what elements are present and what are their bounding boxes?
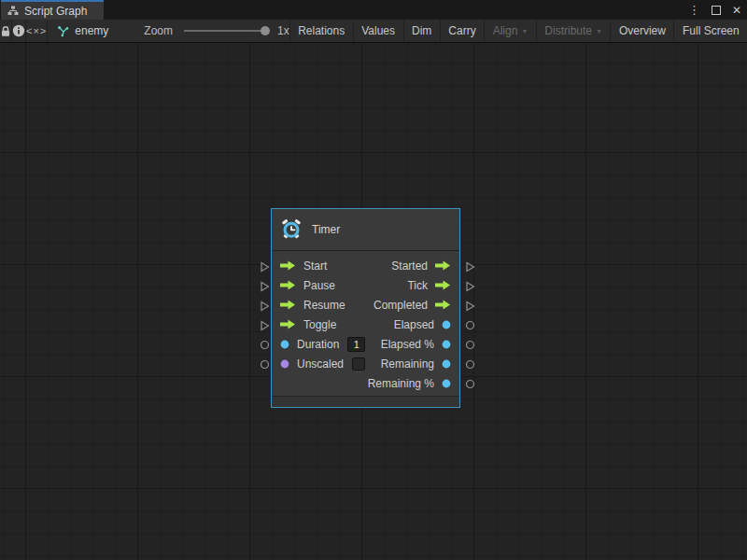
outer-right-port-started[interactable]: [465, 261, 475, 273]
toolbar-button-full-screen[interactable]: Full Screen: [673, 20, 747, 42]
toolbar-button-label: Distribute: [544, 24, 592, 37]
port-row: UnscaledRemaining: [272, 354, 459, 373]
node-title: Timer: [312, 223, 340, 236]
toolbar-button-values[interactable]: Values: [353, 20, 403, 42]
duration-value-input[interactable]: 1: [347, 337, 365, 352]
port-label-unscaled: Unscaled: [297, 357, 344, 371]
script-graph-window: Script Graph ⋮ ✕: [0, 0, 747, 560]
outer-left-port-resume[interactable]: [260, 301, 270, 312]
output-port-elapsed[interactable]: Elapsed: [394, 318, 451, 331]
port-row: ToggleElapsed: [272, 315, 459, 334]
input-port-start[interactable]: Start: [280, 259, 327, 273]
zoom-control: Zoom 1x: [144, 20, 289, 42]
port-label-started: Started: [391, 259, 428, 273]
port-row: StartStarted: [272, 256, 459, 275]
input-port-unscaled[interactable]: Unscaled: [280, 357, 365, 371]
outer-left-port-pause[interactable]: [260, 281, 270, 292]
outer-right-port-elapsed[interactable]: [465, 320, 475, 330]
flow-port-icon[interactable]: [435, 280, 451, 290]
graph-icon: [57, 25, 69, 37]
flow-port-icon[interactable]: [280, 260, 296, 271]
toolbar: <×> enemy Zoom 1x RelationsValuesDimCarr…: [0, 20, 747, 43]
graph-breadcrumb[interactable]: enemy: [48, 20, 118, 42]
toolbar-button-distribute: Distribute▼: [536, 20, 611, 42]
value-port-icon[interactable]: [280, 340, 289, 349]
output-port-completed[interactable]: Completed: [374, 299, 451, 312]
zoom-slider-handle[interactable]: [261, 26, 270, 35]
value-port-icon[interactable]: [442, 320, 451, 329]
outer-right-port-elapsed[interactable]: [465, 340, 475, 350]
toolbar-button-carry[interactable]: Carry: [440, 20, 484, 42]
outer-right-port-tick[interactable]: [465, 281, 475, 292]
input-port-toggle[interactable]: Toggle: [280, 318, 336, 331]
port-label-remaining: Remaining: [381, 357, 434, 371]
output-port-started[interactable]: Started: [391, 259, 451, 273]
outer-left-port-start[interactable]: [260, 261, 270, 273]
port-label-duration: Duration: [297, 338, 339, 351]
value-port-icon[interactable]: [442, 379, 451, 388]
lock-icon: [0, 25, 11, 37]
more-icon[interactable]: ⋮: [688, 4, 700, 16]
maximize-icon[interactable]: [712, 6, 721, 15]
toolbar-button-label: Full Screen: [683, 24, 740, 37]
port-row: Remaining %: [272, 373, 459, 393]
outer-left-port-toggle[interactable]: [260, 320, 270, 331]
toolbar-button-label: Align: [493, 24, 518, 37]
flow-port-icon[interactable]: [435, 300, 451, 310]
toolbar-button-align: Align▼: [484, 20, 536, 42]
hierarchy-icon: [7, 6, 19, 16]
breadcrumb-label: enemy: [75, 24, 108, 37]
flow-port-icon[interactable]: [280, 280, 296, 290]
port-label-toggle: Toggle: [303, 318, 336, 331]
zoom-label: Zoom: [144, 24, 173, 37]
port-label-completed: Completed: [374, 299, 428, 312]
lock-button[interactable]: [0, 20, 12, 42]
timer-node[interactable]: Timer StartStartedPauseTickResumeComplet…: [271, 208, 460, 408]
unscaled-checkbox[interactable]: [352, 357, 365, 371]
value-port-icon[interactable]: [442, 359, 451, 369]
chevron-down-icon: ▼: [521, 28, 528, 35]
info-icon: [12, 24, 25, 37]
zoom-value: 1x: [277, 24, 289, 37]
node-footer: [272, 396, 459, 407]
outer-right-port-completed[interactable]: [465, 301, 475, 312]
flow-port-icon[interactable]: [280, 319, 296, 329]
toolbar-button-dim[interactable]: Dim: [403, 20, 440, 42]
output-port-remaining[interactable]: Remaining: [381, 357, 451, 371]
port-label-elapsed: Elapsed %: [381, 338, 434, 351]
info-button[interactable]: [12, 20, 26, 42]
input-port-pause[interactable]: Pause: [280, 279, 335, 292]
code-view-button[interactable]: <×>: [26, 20, 48, 42]
tab-script-graph[interactable]: Script Graph: [1, 0, 104, 20]
input-port-duration[interactable]: Duration1: [280, 337, 365, 352]
outer-right-port-remaining[interactable]: [465, 379, 475, 389]
port-label-start: Start: [303, 259, 327, 273]
graph-canvas[interactable]: Timer StartStartedPauseTickResumeComplet…: [0, 43, 747, 560]
toolbar-button-label: Relations: [298, 24, 345, 37]
outer-left-port-duration[interactable]: [260, 340, 270, 350]
outer-right-port-remaining[interactable]: [465, 359, 475, 370]
port-row: PauseTick: [272, 275, 459, 295]
tab-strip: Script Graph ⋮ ✕: [0, 0, 747, 20]
output-port-elapsed[interactable]: Elapsed %: [381, 338, 451, 351]
toolbar-button-label: Dim: [412, 24, 431, 37]
alarm-clock-icon: [281, 219, 302, 240]
input-port-resume[interactable]: Resume: [280, 299, 345, 312]
flow-port-icon[interactable]: [280, 300, 296, 310]
timer-node-header[interactable]: Timer: [272, 209, 459, 251]
zoom-slider[interactable]: [184, 30, 268, 32]
value-port-icon[interactable]: [280, 359, 289, 369]
output-port-remaining[interactable]: Remaining %: [368, 377, 451, 390]
port-label-resume: Resume: [303, 299, 345, 312]
value-port-icon[interactable]: [442, 340, 451, 349]
output-port-tick[interactable]: Tick: [407, 279, 451, 292]
port-row: Duration1Elapsed %: [272, 334, 459, 354]
toolbar-button-overview[interactable]: Overview: [610, 20, 673, 42]
toolbar-buttons: RelationsValuesDimCarryAlign▼Distribute▼…: [289, 20, 747, 42]
toolbar-button-relations[interactable]: Relations: [289, 20, 353, 42]
outer-left-port-unscaled[interactable]: [260, 359, 270, 370]
port-label-remaining: Remaining %: [368, 377, 434, 390]
flow-port-icon[interactable]: [435, 260, 451, 271]
close-icon[interactable]: ✕: [732, 5, 741, 16]
toolbar-button-label: Carry: [448, 24, 475, 37]
